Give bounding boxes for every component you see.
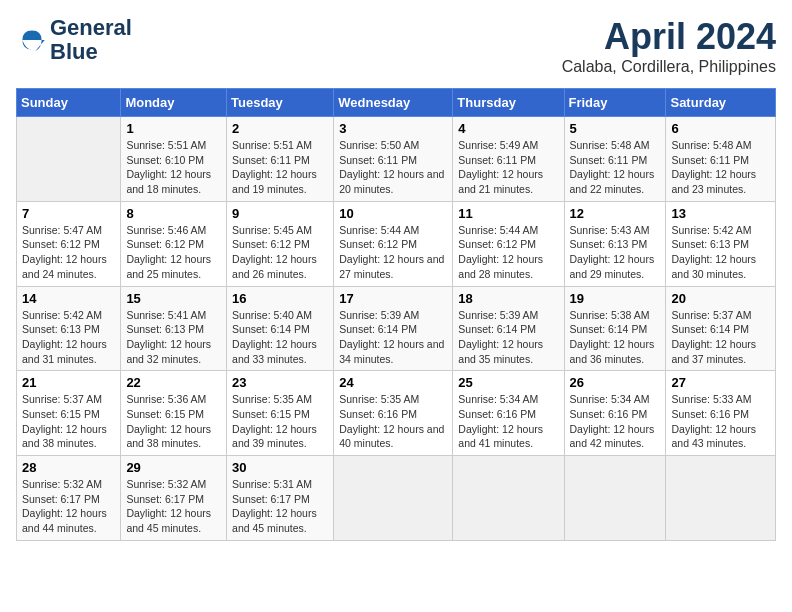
day-info: Sunrise: 5:45 AMSunset: 6:12 PMDaylight:… [232, 223, 328, 282]
header: General Blue April 2024 Calaba, Cordille… [16, 16, 776, 76]
day-info: Sunrise: 5:35 AMSunset: 6:15 PMDaylight:… [232, 392, 328, 451]
day-info: Sunrise: 5:37 AMSunset: 6:14 PMDaylight:… [671, 308, 770, 367]
day-info: Sunrise: 5:49 AMSunset: 6:11 PMDaylight:… [458, 138, 558, 197]
day-cell: 26Sunrise: 5:34 AMSunset: 6:16 PMDayligh… [564, 371, 666, 456]
day-number: 14 [22, 291, 115, 306]
day-info: Sunrise: 5:34 AMSunset: 6:16 PMDaylight:… [570, 392, 661, 451]
day-number: 19 [570, 291, 661, 306]
header-thursday: Thursday [453, 89, 564, 117]
day-info: Sunrise: 5:33 AMSunset: 6:16 PMDaylight:… [671, 392, 770, 451]
day-cell [666, 456, 776, 541]
calendar-subtitle: Calaba, Cordillera, Philippines [562, 58, 776, 76]
day-number: 8 [126, 206, 221, 221]
day-info: Sunrise: 5:51 AMSunset: 6:11 PMDaylight:… [232, 138, 328, 197]
day-cell: 16Sunrise: 5:40 AMSunset: 6:14 PMDayligh… [227, 286, 334, 371]
day-number: 21 [22, 375, 115, 390]
calendar-header-row: SundayMondayTuesdayWednesdayThursdayFrid… [17, 89, 776, 117]
title-area: April 2024 Calaba, Cordillera, Philippin… [562, 16, 776, 76]
day-cell: 12Sunrise: 5:43 AMSunset: 6:13 PMDayligh… [564, 201, 666, 286]
day-info: Sunrise: 5:38 AMSunset: 6:14 PMDaylight:… [570, 308, 661, 367]
day-cell: 3Sunrise: 5:50 AMSunset: 6:11 PMDaylight… [334, 117, 453, 202]
day-cell: 2Sunrise: 5:51 AMSunset: 6:11 PMDaylight… [227, 117, 334, 202]
day-number: 3 [339, 121, 447, 136]
logo: General Blue [16, 16, 132, 64]
day-info: Sunrise: 5:44 AMSunset: 6:12 PMDaylight:… [339, 223, 447, 282]
day-number: 4 [458, 121, 558, 136]
day-cell [334, 456, 453, 541]
day-cell [17, 117, 121, 202]
day-info: Sunrise: 5:39 AMSunset: 6:14 PMDaylight:… [339, 308, 447, 367]
day-info: Sunrise: 5:51 AMSunset: 6:10 PMDaylight:… [126, 138, 221, 197]
day-number: 18 [458, 291, 558, 306]
day-info: Sunrise: 5:42 AMSunset: 6:13 PMDaylight:… [671, 223, 770, 282]
header-monday: Monday [121, 89, 227, 117]
header-saturday: Saturday [666, 89, 776, 117]
week-row-5: 28Sunrise: 5:32 AMSunset: 6:17 PMDayligh… [17, 456, 776, 541]
day-number: 12 [570, 206, 661, 221]
day-number: 20 [671, 291, 770, 306]
day-cell: 10Sunrise: 5:44 AMSunset: 6:12 PMDayligh… [334, 201, 453, 286]
day-cell: 28Sunrise: 5:32 AMSunset: 6:17 PMDayligh… [17, 456, 121, 541]
day-cell: 21Sunrise: 5:37 AMSunset: 6:15 PMDayligh… [17, 371, 121, 456]
logo-icon [16, 24, 48, 56]
week-row-3: 14Sunrise: 5:42 AMSunset: 6:13 PMDayligh… [17, 286, 776, 371]
day-info: Sunrise: 5:32 AMSunset: 6:17 PMDaylight:… [126, 477, 221, 536]
day-cell: 5Sunrise: 5:48 AMSunset: 6:11 PMDaylight… [564, 117, 666, 202]
day-number: 15 [126, 291, 221, 306]
day-cell: 4Sunrise: 5:49 AMSunset: 6:11 PMDaylight… [453, 117, 564, 202]
day-info: Sunrise: 5:31 AMSunset: 6:17 PMDaylight:… [232, 477, 328, 536]
day-info: Sunrise: 5:48 AMSunset: 6:11 PMDaylight:… [570, 138, 661, 197]
header-wednesday: Wednesday [334, 89, 453, 117]
day-number: 23 [232, 375, 328, 390]
day-info: Sunrise: 5:35 AMSunset: 6:16 PMDaylight:… [339, 392, 447, 451]
day-number: 27 [671, 375, 770, 390]
day-info: Sunrise: 5:43 AMSunset: 6:13 PMDaylight:… [570, 223, 661, 282]
header-sunday: Sunday [17, 89, 121, 117]
day-number: 28 [22, 460, 115, 475]
day-number: 11 [458, 206, 558, 221]
day-number: 24 [339, 375, 447, 390]
day-cell: 17Sunrise: 5:39 AMSunset: 6:14 PMDayligh… [334, 286, 453, 371]
day-number: 2 [232, 121, 328, 136]
day-cell: 14Sunrise: 5:42 AMSunset: 6:13 PMDayligh… [17, 286, 121, 371]
day-number: 6 [671, 121, 770, 136]
day-info: Sunrise: 5:50 AMSunset: 6:11 PMDaylight:… [339, 138, 447, 197]
day-cell: 18Sunrise: 5:39 AMSunset: 6:14 PMDayligh… [453, 286, 564, 371]
day-info: Sunrise: 5:47 AMSunset: 6:12 PMDaylight:… [22, 223, 115, 282]
logo-text: General Blue [50, 16, 132, 64]
day-cell: 11Sunrise: 5:44 AMSunset: 6:12 PMDayligh… [453, 201, 564, 286]
day-number: 29 [126, 460, 221, 475]
day-number: 30 [232, 460, 328, 475]
day-cell [564, 456, 666, 541]
day-info: Sunrise: 5:37 AMSunset: 6:15 PMDaylight:… [22, 392, 115, 451]
day-number: 5 [570, 121, 661, 136]
day-cell: 22Sunrise: 5:36 AMSunset: 6:15 PMDayligh… [121, 371, 227, 456]
day-info: Sunrise: 5:44 AMSunset: 6:12 PMDaylight:… [458, 223, 558, 282]
logo-line1: General [50, 15, 132, 40]
day-cell: 30Sunrise: 5:31 AMSunset: 6:17 PMDayligh… [227, 456, 334, 541]
day-number: 26 [570, 375, 661, 390]
day-number: 13 [671, 206, 770, 221]
day-cell [453, 456, 564, 541]
week-row-4: 21Sunrise: 5:37 AMSunset: 6:15 PMDayligh… [17, 371, 776, 456]
day-info: Sunrise: 5:48 AMSunset: 6:11 PMDaylight:… [671, 138, 770, 197]
header-friday: Friday [564, 89, 666, 117]
day-cell: 7Sunrise: 5:47 AMSunset: 6:12 PMDaylight… [17, 201, 121, 286]
day-number: 17 [339, 291, 447, 306]
day-cell: 19Sunrise: 5:38 AMSunset: 6:14 PMDayligh… [564, 286, 666, 371]
day-cell: 9Sunrise: 5:45 AMSunset: 6:12 PMDaylight… [227, 201, 334, 286]
day-info: Sunrise: 5:39 AMSunset: 6:14 PMDaylight:… [458, 308, 558, 367]
calendar-title: April 2024 [562, 16, 776, 58]
week-row-2: 7Sunrise: 5:47 AMSunset: 6:12 PMDaylight… [17, 201, 776, 286]
day-cell: 20Sunrise: 5:37 AMSunset: 6:14 PMDayligh… [666, 286, 776, 371]
day-number: 1 [126, 121, 221, 136]
day-number: 16 [232, 291, 328, 306]
day-number: 10 [339, 206, 447, 221]
day-cell: 27Sunrise: 5:33 AMSunset: 6:16 PMDayligh… [666, 371, 776, 456]
day-cell: 23Sunrise: 5:35 AMSunset: 6:15 PMDayligh… [227, 371, 334, 456]
day-info: Sunrise: 5:32 AMSunset: 6:17 PMDaylight:… [22, 477, 115, 536]
day-number: 22 [126, 375, 221, 390]
day-cell: 15Sunrise: 5:41 AMSunset: 6:13 PMDayligh… [121, 286, 227, 371]
day-cell: 13Sunrise: 5:42 AMSunset: 6:13 PMDayligh… [666, 201, 776, 286]
day-info: Sunrise: 5:40 AMSunset: 6:14 PMDaylight:… [232, 308, 328, 367]
